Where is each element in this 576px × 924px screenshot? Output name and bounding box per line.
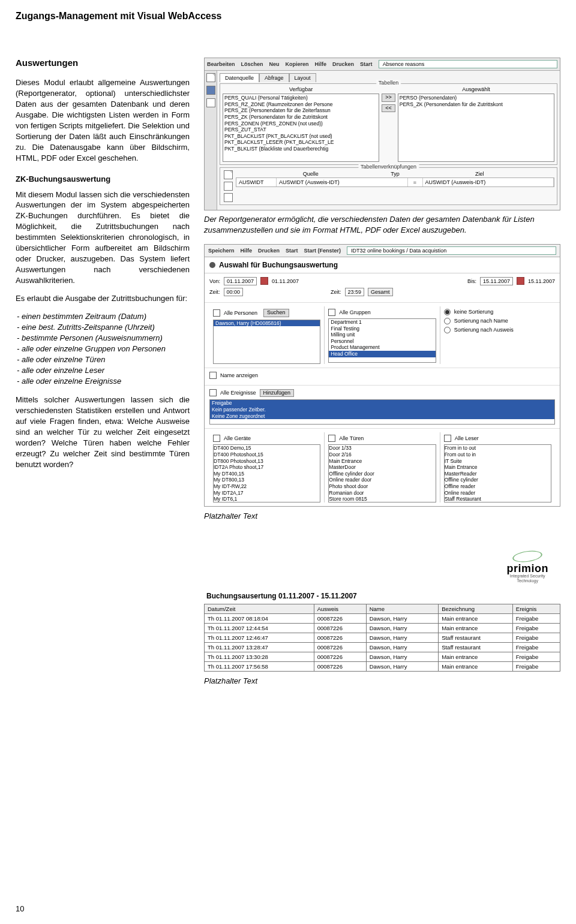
link-new-icon[interactable] <box>224 170 233 179</box>
list-item[interactable]: PERS_ZUT_STAT <box>224 127 377 133</box>
list-item[interactable]: PERS_ZE (Personendaten für die Zeiterfas… <box>224 107 377 114</box>
list-item[interactable]: Staff Restaurant <box>445 496 551 502</box>
list-item[interactable]: Freigabe <box>210 400 554 407</box>
person-list[interactable]: Dawson, Harry (HD0085816) <box>213 320 320 364</box>
chk-alle-tueren[interactable] <box>328 435 335 442</box>
list-item[interactable]: PERS_ZK (Personendaten für die Zutrittsk… <box>224 114 377 121</box>
tb-loeschen[interactable]: Löschen <box>241 61 263 67</box>
list-item[interactable]: My IDT2A,17 <box>214 490 320 496</box>
list-item[interactable]: PERS_ZONEN (PERS_ZONEN (not used)) <box>224 121 377 127</box>
list-item[interactable]: IDT2A Photo shoot,17 <box>214 464 320 471</box>
list-item[interactable]: DT800 Photoshoot,13 <box>214 458 320 465</box>
list-item[interactable]: Store room 0815 <box>329 496 435 502</box>
list-item[interactable]: Online reader <box>445 490 551 496</box>
list-item[interactable]: PERSO (Personendaten) <box>400 95 553 101</box>
list-item[interactable]: DT400 Photoshoot,15 <box>214 452 320 458</box>
device-list[interactable]: DT400 Demo,15 DT400 Photoshoot,15 DT800 … <box>213 444 320 502</box>
list-item[interactable]: DT400 Demo,15 <box>214 445 320 452</box>
zeit-to-input[interactable]: 23:59 <box>345 288 365 296</box>
list-item[interactable]: My DT800,13 <box>214 477 320 483</box>
chk-alle-geraete[interactable] <box>213 435 220 442</box>
chk-alle-personen[interactable] <box>213 309 220 317</box>
tb-hilfe[interactable]: Hilfe <box>315 61 327 67</box>
selected-list[interactable]: PERSO (Personendaten) PERS_ZK (Personend… <box>398 94 554 162</box>
calendar-icon[interactable] <box>260 277 268 285</box>
list-item[interactable]: Product Management <box>329 344 435 351</box>
list-item[interactable]: PERS_QUALI (Personal Tätigkeiten) <box>224 95 377 101</box>
tb-drucken[interactable]: Drucken <box>332 61 354 67</box>
list-item[interactable]: MasterDoor <box>329 464 435 471</box>
list-item[interactable]: My IDT-RW,22 <box>214 483 320 490</box>
list-item[interactable]: Door 2/16 <box>329 452 435 458</box>
booking-select[interactable]: IDT32 online bookings / Data acquistion <box>347 246 556 255</box>
tb2-start-window[interactable]: Start (Fenster) <box>304 248 341 254</box>
list-item[interactable]: Personnel <box>329 338 435 345</box>
add-button[interactable]: >> <box>382 94 395 102</box>
reader-list[interactable]: From in to out From out to in IT Suite M… <box>444 444 551 502</box>
event-list[interactable]: Freigabe Kein passender Zeitber. Keine Z… <box>209 399 555 425</box>
list-item[interactable]: PKT_BLACKLIST (PKT_BLACKLIST (not used) <box>224 133 377 140</box>
link-row[interactable]: AUSWIDT AUSWIDT (Ausweis-IDT) = AUSWIDT … <box>236 177 554 187</box>
tb-bearbeiten[interactable]: Bearbeiten <box>207 61 235 67</box>
radio-sort-name[interactable] <box>444 318 451 324</box>
list-item[interactable]: Main Entrance <box>329 458 435 465</box>
zeit-mode[interactable]: Gesamt <box>368 288 393 296</box>
tb-start[interactable]: Start <box>360 61 373 67</box>
chk-alle-leser[interactable] <box>444 435 451 442</box>
list-item[interactable]: PERS_ZK (Personendaten für die Zutrittsk… <box>400 101 553 108</box>
list-item[interactable]: Department 1 <box>329 319 435 326</box>
door-list[interactable]: Door 1/33 Door 2/16 Main Entrance Master… <box>328 444 436 502</box>
tab-layout[interactable]: Layout <box>289 73 316 82</box>
von-input[interactable]: 01.11.2007 <box>224 277 257 285</box>
list-item[interactable]: Romanian door <box>329 490 435 496</box>
list-item[interactable]: Kein passender Zeitber. <box>210 407 554 413</box>
list-item[interactable]: PKT_BLACKLST_LESER (PKT_BLACKLST_LE <box>224 139 377 146</box>
group-list[interactable]: Department 1 Final Testing Milling unit … <box>328 318 436 363</box>
tool-icon[interactable] <box>206 98 215 107</box>
radio-no-sort[interactable] <box>444 309 451 315</box>
list-item[interactable]: Offline cylinder <box>445 477 551 483</box>
list-item[interactable]: Dawson, Harry (HD0085816) <box>214 320 320 327</box>
list-item[interactable]: Online reader door <box>329 477 435 483</box>
save-icon[interactable] <box>206 86 215 95</box>
list-item[interactable]: From out to in <box>445 452 551 458</box>
list-item[interactable]: Final Testing <box>329 326 435 332</box>
list-item[interactable]: Main Entrance <box>445 464 551 471</box>
list-item[interactable]: Keine Zone zugeordnet <box>210 413 554 420</box>
chk-alle-ereignisse[interactable] <box>209 389 217 396</box>
tb-neu[interactable]: Neu <box>269 61 280 67</box>
available-list[interactable]: PERS_QUALI (Personal Tätigkeiten) PERS_R… <box>223 94 379 162</box>
list-item[interactable]: Milling unit <box>329 332 435 338</box>
report-select[interactable]: Absence reasons <box>379 60 557 68</box>
list-item[interactable]: PERS_RZ_ZONE (Raumzeitzonen der Persone <box>224 101 377 108</box>
list-item[interactable]: IT Suite <box>445 458 551 465</box>
tb2-start[interactable]: Start <box>286 248 298 254</box>
zeit-from-input[interactable]: 00:00 <box>224 288 244 296</box>
chk-alle-gruppen[interactable] <box>328 309 335 316</box>
list-item[interactable]: PKT_BLKLIST (Blackliste und Dauerberecht… <box>224 146 377 152</box>
list-item[interactable]: Offline cylinder door <box>329 471 435 477</box>
remove-button[interactable]: << <box>382 104 395 113</box>
tb2-hilfe[interactable]: Hilfe <box>241 248 253 254</box>
suchen-button[interactable]: Suchen <box>263 309 289 317</box>
list-item[interactable]: From in to out <box>445 445 551 452</box>
tb2-speichern[interactable]: Speichern <box>208 248 235 254</box>
chk-name-anzeigen[interactable] <box>209 372 217 379</box>
calendar-icon[interactable] <box>517 277 524 285</box>
radio-sort-id[interactable] <box>444 327 451 333</box>
link-edit-icon[interactable] <box>224 193 233 202</box>
tb2-drucken[interactable]: Drucken <box>258 248 280 254</box>
list-item[interactable]: My DT400,15 <box>214 471 320 477</box>
list-item[interactable]: My IDT6,1 <box>214 496 320 502</box>
list-item[interactable]: Head Office <box>329 351 435 357</box>
list-item[interactable]: Door 1/33 <box>329 445 435 452</box>
tab-abfrage[interactable]: Abfrage <box>259 73 289 82</box>
list-item[interactable]: Offline reader <box>445 483 551 490</box>
new-doc-icon[interactable] <box>206 73 215 82</box>
link-del-icon[interactable] <box>224 182 233 191</box>
list-item[interactable]: MasterReader <box>445 471 551 477</box>
list-item[interactable]: Photo shoot door <box>329 483 435 490</box>
bis-input[interactable]: 15.11.2007 <box>480 277 513 285</box>
hinzufuegen-button[interactable]: Hinzufügen <box>260 389 295 398</box>
tab-datenquelle[interactable]: Datenquelle <box>220 73 259 82</box>
